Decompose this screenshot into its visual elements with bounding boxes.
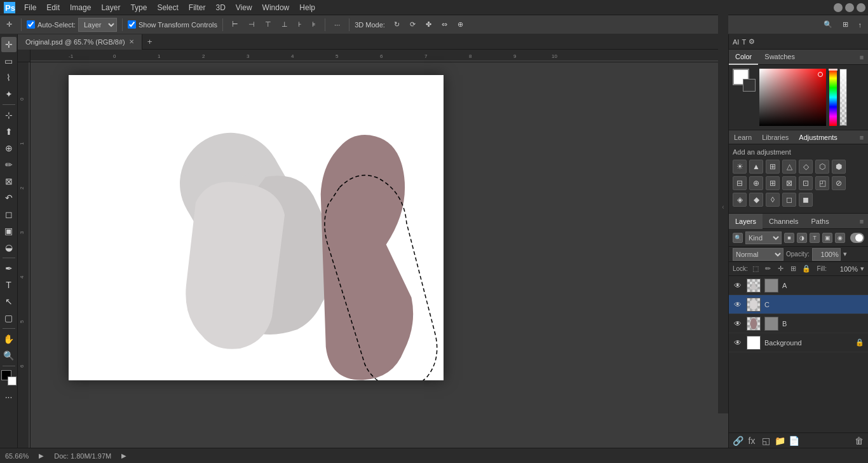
healing-tool[interactable]: ⊕	[1, 141, 17, 156]
delete-layer-btn[interactable]: 🗑	[853, 434, 865, 447]
text-ai-btn[interactable]: T	[742, 38, 746, 46]
canvas-wrapper[interactable]: -1 0 1 2 3 4 5 6 7 8 9 10	[18, 50, 728, 448]
bw-adj-btn[interactable]: ⊟	[733, 176, 747, 190]
fill-input[interactable]	[829, 263, 858, 275]
pixel-filter-btn[interactable]: ■	[784, 233, 794, 243]
menu-select[interactable]: Select	[152, 0, 183, 15]
auto-select-control[interactable]: Auto-Select:	[27, 20, 76, 29]
menu-type[interactable]: Type	[125, 0, 152, 15]
channelmixer-adj-btn[interactable]: ⊞	[766, 176, 780, 190]
opacity-input[interactable]	[812, 248, 841, 261]
layer-kind-select[interactable]: Layer Group	[78, 18, 117, 32]
search-btn[interactable]: 🔍	[820, 17, 836, 32]
layer-item-c[interactable]: 👁 C	[729, 295, 868, 314]
selection-tool[interactable]: ▭	[1, 53, 17, 69]
add-mask-btn[interactable]: ◱	[759, 434, 772, 447]
new-tab-btn[interactable]: +	[142, 37, 158, 46]
link-layers-btn[interactable]: 🔗	[731, 434, 744, 447]
crop-tool[interactable]: ⊹	[1, 107, 17, 123]
new-group-btn[interactable]: 📁	[773, 434, 786, 447]
blend-mode-select[interactable]: Normal Multiply Screen	[733, 248, 783, 261]
align-top-btn[interactable]: ⊥	[278, 17, 292, 32]
layers-tab[interactable]: Layers	[729, 214, 763, 229]
text-tool[interactable]: T	[1, 277, 17, 293]
lasso-tool[interactable]: ⌇	[1, 70, 17, 85]
curves-adj-btn[interactable]: ⊞	[766, 160, 780, 174]
magic-wand-tool[interactable]: ✦	[1, 86, 17, 102]
posterize-adj-btn[interactable]: ◰	[815, 176, 829, 190]
path-select-tool[interactable]: ↖	[1, 294, 17, 309]
learn-tab[interactable]: Learn	[729, 130, 757, 144]
filter-kind-select[interactable]: Kind	[745, 232, 782, 244]
ai-btn[interactable]: AI	[733, 38, 739, 46]
stamp-tool[interactable]: ⊠	[1, 174, 17, 189]
panel-collapse-btn[interactable]: ‹	[718, 0, 728, 413]
adjustments-tab[interactable]: Adjustments	[794, 130, 843, 144]
align-left-btn[interactable]: ⊢	[228, 17, 242, 32]
gradientmap-adj-btn[interactable]: ◈	[733, 193, 747, 207]
show-transform-checkbox[interactable]	[128, 20, 136, 29]
dodge-tool[interactable]: ◒	[1, 240, 17, 255]
color-gradient-picker[interactable]	[759, 69, 845, 126]
menu-edit[interactable]: Edit	[41, 0, 65, 15]
menu-layer[interactable]: Layer	[96, 0, 125, 15]
menu-3d[interactable]: 3D	[210, 0, 230, 15]
pen-tool[interactable]: ✒	[1, 261, 17, 276]
opacity-arrow[interactable]: ▾	[843, 250, 847, 258]
brush-tool[interactable]: ✏	[1, 157, 17, 172]
status-expand-btn[interactable]: ▶	[36, 451, 46, 461]
invert-adj-btn[interactable]: ⊡	[799, 176, 813, 190]
adjustment-filter-btn[interactable]: ◑	[797, 233, 807, 243]
eraser-tool[interactable]: ◻	[1, 207, 17, 222]
swatches-tab[interactable]: Swatches	[758, 50, 801, 65]
layer-item-a[interactable]: 👁 A	[729, 276, 868, 295]
share-btn[interactable]: ↑	[855, 17, 866, 32]
workspace-btn[interactable]: ⊞	[839, 17, 852, 32]
show-transform-control[interactable]: Show Transform Controls	[128, 20, 217, 29]
selectcolor-adj-btn[interactable]: ◆	[749, 193, 763, 207]
exposure-adj-btn[interactable]: △	[782, 160, 796, 174]
new-layer-btn[interactable]: 📄	[787, 434, 800, 447]
vibrance-adj-btn[interactable]: ◇	[799, 160, 813, 174]
tab-close-btn[interactable]: ✕	[129, 38, 134, 45]
background-color[interactable]	[8, 377, 17, 385]
smartobj-filter-btn[interactable]: ◉	[835, 233, 845, 243]
menu-image[interactable]: Image	[65, 0, 96, 15]
status-info-btn[interactable]: ▶	[119, 451, 129, 461]
layer-bg-vis-btn[interactable]: 👁	[733, 338, 743, 348]
pan-btn[interactable]: ✤	[422, 17, 435, 32]
more-tools-btn[interactable]: ···	[1, 389, 17, 404]
shape-filter-btn[interactable]: ▣	[822, 233, 832, 243]
gradient-adj-btn[interactable]: ◻	[782, 193, 796, 207]
layer-item-background[interactable]: 👁 Background 🔒	[729, 333, 868, 352]
auto-select-checkbox[interactable]	[27, 20, 35, 29]
zoom3d-btn[interactable]: ⊕	[454, 17, 467, 32]
document-tab[interactable]: Original.psd @ 65.7% (RGB/8#) ✕	[18, 34, 142, 50]
orbit-btn[interactable]: ↻	[390, 17, 403, 32]
bg-swatch[interactable]	[743, 79, 756, 92]
layer-c-vis-btn[interactable]: 👁	[733, 300, 743, 310]
move-tool[interactable]: ✛	[1, 37, 17, 52]
lock-artboard-btn[interactable]: ⊞	[789, 264, 799, 274]
hand-tool[interactable]: ✋	[1, 331, 17, 347]
slide-btn[interactable]: ⇔	[438, 17, 451, 32]
lock-pixels-btn[interactable]: ⬚	[750, 264, 761, 274]
lock-position-btn[interactable]: ✛	[776, 264, 786, 274]
colorlookup-adj-btn[interactable]: ⊠	[782, 176, 796, 190]
zoom-tool[interactable]: 🔍	[1, 348, 17, 363]
more-btn[interactable]: ···	[330, 17, 344, 32]
layer-item-b[interactable]: 👁 B	[729, 314, 868, 333]
brightness-adj-btn[interactable]: ☀	[733, 160, 747, 174]
close-btn[interactable]	[857, 3, 865, 12]
levels-adj-btn[interactable]: ▲	[749, 160, 763, 174]
minimize-btn[interactable]	[834, 3, 843, 12]
gradient-tool[interactable]: ▣	[1, 223, 17, 238]
color-panel-options[interactable]: ≡	[855, 50, 868, 65]
maximize-btn[interactable]	[845, 3, 854, 12]
color-tab[interactable]: Color	[729, 50, 758, 65]
filter-toggle[interactable]	[850, 233, 864, 243]
hue-bar[interactable]	[829, 69, 837, 126]
align-middle-btn[interactable]: ⊦	[294, 17, 306, 32]
shape-tool[interactable]: ▢	[1, 310, 17, 326]
align-right-btn[interactable]: ⊤	[261, 17, 275, 32]
